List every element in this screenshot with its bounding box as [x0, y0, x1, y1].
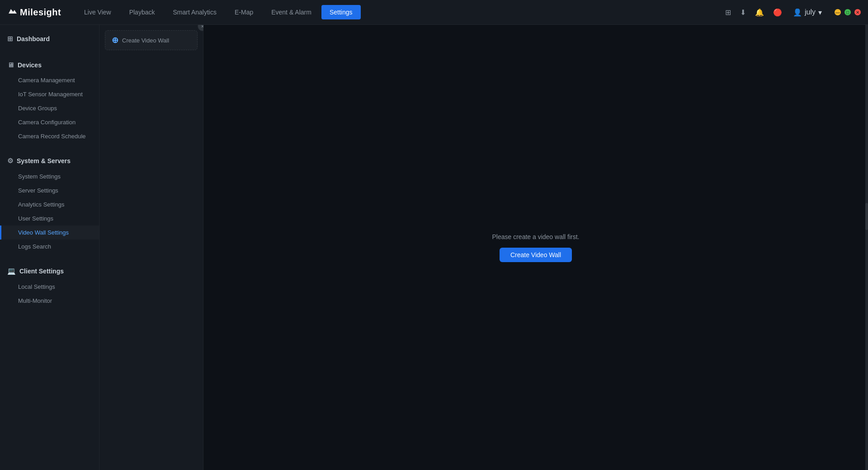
user-dropdown-icon: ▾: [818, 8, 822, 17]
sidebar-item-system-settings[interactable]: System Settings: [0, 169, 99, 183]
sidebar-section-client-settings: 💻 Client Settings Local Settings Multi-M…: [0, 257, 99, 311]
sidebar-devices-label: Devices: [18, 61, 42, 69]
empty-state-text: Please create a video wall first.: [492, 233, 580, 240]
sidebar-item-multi-monitor[interactable]: Multi-Monitor: [0, 294, 99, 308]
sidebar-header-system-servers[interactable]: ⚙ System & Servers: [0, 152, 99, 169]
download-icon[interactable]: ⬇: [738, 6, 748, 19]
logo-text: Milesight: [20, 7, 61, 18]
sidebar-item-video-wall-settings[interactable]: Video Wall Settings: [0, 226, 99, 240]
topnav: Milesight Live View Playback Smart Analy…: [0, 0, 868, 25]
nav-live-view[interactable]: Live View: [76, 5, 119, 19]
create-video-wall-sidebar-label: Create Video Wall: [122, 37, 169, 44]
close-button[interactable]: ✕: [854, 9, 861, 15]
sidebar-item-camera-record-schedule[interactable]: Camera Record Schedule: [0, 129, 99, 143]
content-area: × ⊕ Create Video Wall Please create a vi…: [99, 25, 868, 470]
nav-playback[interactable]: Playback: [121, 5, 163, 19]
sidebar-header-devices[interactable]: 🖥 Devices: [0, 56, 99, 73]
username: july: [805, 8, 816, 16]
sidebar-item-device-groups[interactable]: Device Groups: [0, 101, 99, 115]
sidebar-dashboard-label: Dashboard: [17, 35, 50, 42]
grid-icon: ⊞: [7, 35, 13, 43]
logo-icon: [7, 5, 18, 19]
maximize-button[interactable]: □: [844, 9, 851, 15]
monitor-icon: 🖥: [7, 61, 14, 69]
sidebar: ⊞ Dashboard 🖥 Devices Camera Management …: [0, 25, 99, 470]
sidebar-item-camera-management[interactable]: Camera Management: [0, 73, 99, 87]
screenshot-icon[interactable]: ⊞: [723, 6, 733, 19]
sidebar-item-logs-search[interactable]: Logs Search: [0, 240, 99, 254]
create-video-wall-sidebar-button[interactable]: ⊕ Create Video Wall: [105, 30, 198, 50]
sidebar-item-local-settings[interactable]: Local Settings: [0, 280, 99, 294]
scrollbar-thumb: [865, 203, 868, 230]
main-content: Please create a video wall first. Create…: [203, 25, 868, 470]
sidebar-system-servers-label: System & Servers: [17, 157, 71, 164]
window-controls: — □ ✕: [835, 9, 861, 15]
minimize-button[interactable]: —: [835, 9, 841, 15]
main-layout: ⊞ Dashboard 🖥 Devices Camera Management …: [0, 25, 868, 470]
sidebar-item-analytics-settings[interactable]: Analytics Settings: [0, 197, 99, 212]
sidebar-item-camera-configuration[interactable]: Camera Configuration: [0, 115, 99, 129]
sidebar-section-devices: 🖥 Devices Camera Management IoT Sensor M…: [0, 51, 99, 147]
sidebar-client-settings-label: Client Settings: [19, 268, 64, 275]
nav-smart-analytics[interactable]: Smart Analytics: [165, 5, 224, 19]
plus-icon: ⊕: [112, 35, 118, 45]
empty-state: Please create a video wall first. Create…: [492, 233, 580, 262]
user-menu[interactable]: 👤 july ▾: [789, 6, 826, 19]
sidebar-header-client-settings[interactable]: 💻 Client Settings: [0, 263, 99, 280]
nav-emap[interactable]: E-Map: [226, 5, 261, 19]
bell-icon[interactable]: 🔔: [753, 6, 766, 19]
sidebar-item-iot-sensor-management[interactable]: IoT Sensor Management: [0, 87, 99, 101]
user-icon: 👤: [793, 8, 802, 17]
server-icon: ⚙: [7, 157, 13, 165]
sidebar-item-server-settings[interactable]: Server Settings: [0, 183, 99, 197]
nav-right: ⊞ ⬇ 🔔 🔴 👤 july ▾ — □ ✕: [723, 6, 861, 19]
nav-event-alarm[interactable]: Event & Alarm: [263, 5, 320, 19]
nav-settings[interactable]: Settings: [321, 5, 361, 19]
sidebar-header-dashboard[interactable]: ⊞ Dashboard: [0, 30, 99, 47]
alert-icon[interactable]: 🔴: [771, 6, 784, 19]
right-scrollbar[interactable]: [865, 25, 868, 470]
desktop-icon: 💻: [7, 267, 16, 275]
sidebar-section-system-servers: ⚙ System & Servers System Settings Serve…: [0, 147, 99, 257]
video-wall-panel: × ⊕ Create Video Wall: [99, 25, 203, 470]
nav-items: Live View Playback Smart Analytics E-Map…: [76, 5, 723, 19]
create-video-wall-button[interactable]: Create Video Wall: [500, 248, 572, 262]
sidebar-section-dashboard: ⊞ Dashboard: [0, 25, 99, 51]
sidebar-item-user-settings[interactable]: User Settings: [0, 212, 99, 226]
logo: Milesight: [7, 5, 61, 19]
